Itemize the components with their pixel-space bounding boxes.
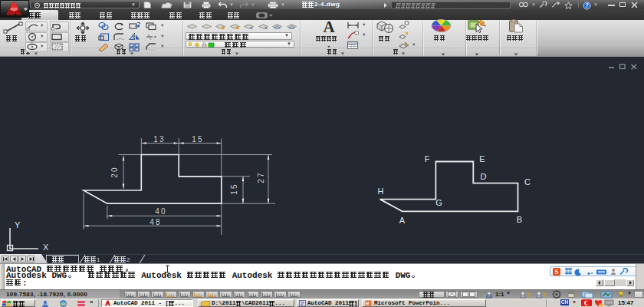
svg-text:A: A [399,216,406,225]
svg-text:40: 40 [155,207,167,216]
svg-text:15: 15 [230,183,238,195]
svg-text:E: E [479,154,485,163]
svg-text:H: H [378,187,384,196]
svg-text:B: B [517,215,522,224]
svg-text:D: D [481,172,487,181]
svg-text:C: C [524,177,531,187]
svg-text:Y: Y [15,220,21,229]
svg-text:27: 27 [257,171,265,183]
svg-text:G: G [435,198,442,207]
svg-text:X: X [43,243,49,252]
svg-text:F: F [425,154,430,163]
svg-text:S: S [554,268,558,276]
svg-text:48: 48 [150,218,162,226]
svg-text:13: 13 [153,135,166,144]
svg-text:?: ? [586,2,589,9]
svg-text:20: 20 [110,166,119,178]
svg-text:15: 15 [192,135,204,144]
